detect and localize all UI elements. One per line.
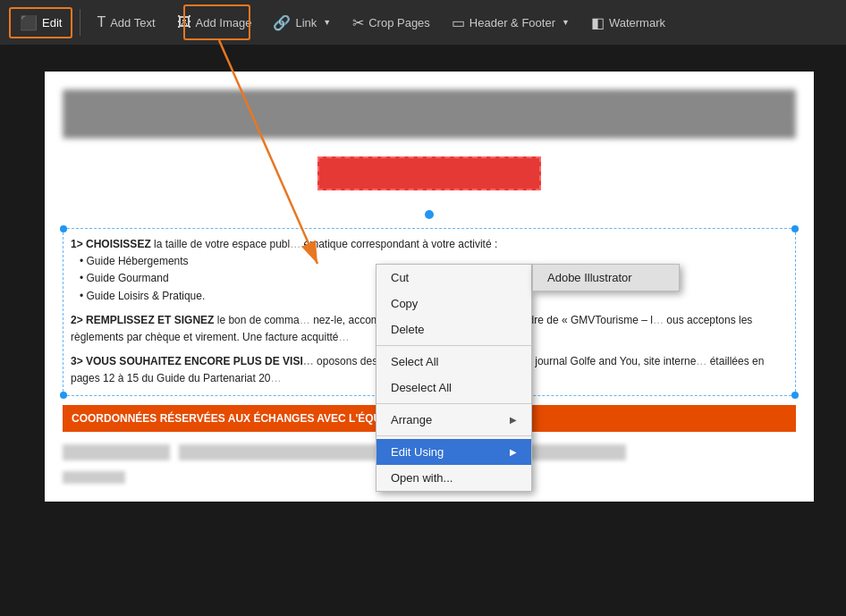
submenu-adobe-illustrator[interactable]: Adobe Illustrator (533, 265, 679, 291)
header-image-blurred (63, 89, 796, 139)
menu-sep1 (376, 345, 531, 346)
open-with-label: Open with... (391, 471, 453, 485)
link-label: Link (295, 16, 317, 30)
selection-handle (423, 208, 436, 221)
link-button[interactable]: 🔗 Link ▼ (264, 9, 340, 37)
edit-icon: ⬛ (20, 14, 38, 31)
image-icon: 🖼 (177, 14, 191, 30)
menu-copy[interactable]: Copy (376, 291, 531, 316)
add-text-button[interactable]: T Add Text (88, 9, 164, 36)
submenu-edit-using: Adobe Illustrator (532, 264, 680, 291)
watermark-icon: ◧ (591, 14, 605, 31)
step2-bold: REMPLISSEZ ET SIGNEZ (86, 314, 214, 326)
add-image-label: Add Image (196, 16, 252, 30)
menu-arrange[interactable]: Arrange (376, 407, 531, 433)
add-image-button[interactable]: 🖼 Add Image (168, 9, 261, 36)
crop-icon: ✂ (352, 14, 364, 31)
add-text-label: Add Text (110, 16, 155, 30)
delete-label: Delete (391, 323, 425, 336)
red-banner-selected[interactable] (317, 156, 541, 190)
link-arrow-icon: ▼ (323, 18, 331, 27)
corner-handle-br (791, 392, 799, 399)
corner-handle-bl (60, 392, 67, 399)
copy-label: Copy (391, 297, 418, 310)
menu-sep2 (376, 403, 531, 404)
footer-blur-1 (63, 444, 170, 460)
header-footer-label: Header & Footer (470, 16, 555, 30)
deselect-all-label: Deselect All (391, 381, 452, 394)
select-all-label: Select All (391, 355, 438, 368)
separator (80, 9, 80, 36)
watermark-label: Watermark (609, 16, 665, 30)
edit-using-label: Edit Using (391, 445, 444, 459)
adobe-illustrator-label: Adobe Illustrator (547, 271, 632, 284)
watermark-button[interactable]: ◧ Watermark (582, 9, 674, 37)
menu-sep3 (376, 435, 531, 436)
header-footer-button[interactable]: ▭ Header & Footer ▼ (443, 9, 579, 37)
crop-pages-button[interactable]: ✂ Crop Pages (343, 9, 439, 37)
corner-handle-tl (60, 225, 67, 232)
step1-content: la taille de votre espace publ… ématique… (154, 238, 497, 250)
crop-label: Crop Pages (368, 16, 430, 30)
toolbar: ⬛ Edit T Add Text 🖼 Add Image 🔗 Link ▼ ✂… (0, 0, 846, 45)
header-arrow-icon: ▼ (562, 18, 570, 27)
context-menu: Cut Copy Delete Select All Deselect All … (376, 264, 532, 492)
step2-label: 2> (71, 314, 83, 326)
menu-delete[interactable]: Delete (376, 316, 531, 342)
corner-handle-tr (791, 225, 799, 232)
menu-edit-using[interactable]: Edit Using (376, 439, 531, 465)
footer-blur-3 (63, 471, 125, 484)
step1-text: 1> CHOISISSEZ la taille de votre espace … (71, 236, 788, 253)
step1-label: 1> (71, 238, 83, 250)
step3-bold: VOUS SOUHAITEZ ENCORE PLUS DE VISI… (86, 355, 314, 367)
arrange-label: Arrange (391, 413, 432, 426)
menu-deselect-all[interactable]: Deselect All (376, 375, 531, 401)
header-footer-icon: ▭ (452, 14, 465, 31)
menu-select-all[interactable]: Select All (376, 349, 531, 375)
text-icon: T (97, 14, 106, 30)
link-icon: 🔗 (273, 14, 291, 31)
step3-label: 3> (71, 355, 83, 367)
step1-bold: CHOISISSEZ (86, 238, 151, 250)
edit-button[interactable]: ⬛ Edit (9, 7, 72, 38)
menu-open-with[interactable]: Open with... (376, 465, 531, 491)
edit-label: Edit (42, 16, 62, 30)
menu-cut[interactable]: Cut (376, 265, 531, 291)
cut-label: Cut (391, 271, 409, 284)
